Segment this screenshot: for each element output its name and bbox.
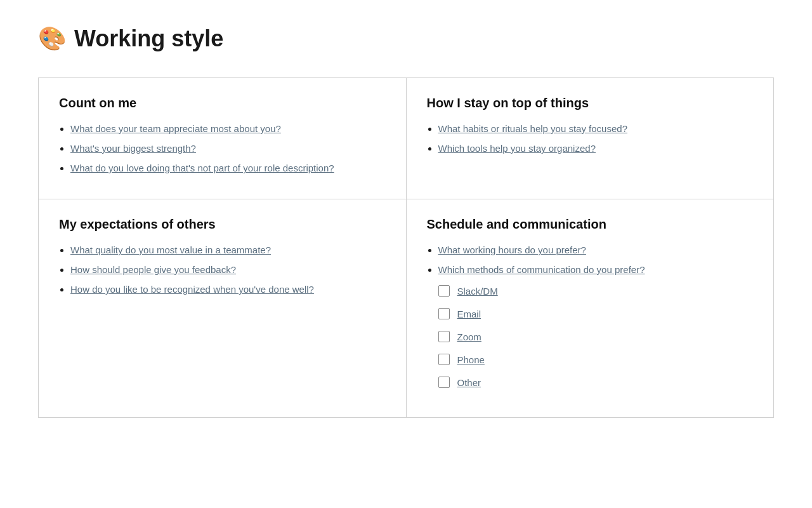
checkbox-phone: Phone <box>438 354 754 365</box>
schedule-comm-title: Schedule and communication <box>427 217 754 232</box>
schedule-comm-section: Schedule and communication What working … <box>406 199 774 418</box>
checkbox-other: Other <box>438 377 754 388</box>
question-link[interactable]: What habits or rituals help you stay foc… <box>438 123 628 134</box>
checkbox-zoom: Zoom <box>438 331 754 342</box>
count-on-me-title: Count on me <box>59 96 386 110</box>
list-item: What quality do you most value in a team… <box>70 243 386 257</box>
stay-on-top-title: How I stay on top of things <box>427 96 754 110</box>
list-item: How should people give you feedback? <box>70 263 386 276</box>
checkbox-zoom-label[interactable]: Zoom <box>457 331 481 342</box>
question-link[interactable]: How should people give you feedback? <box>70 264 236 275</box>
checkbox-phone-label[interactable]: Phone <box>457 354 485 365</box>
expectations-title: My expectations of others <box>59 217 386 232</box>
count-on-me-questions: What does your team appreciate most abou… <box>59 122 386 175</box>
list-item: Which methods of communication do you pr… <box>438 263 754 276</box>
list-item: What do you love doing that's not part o… <box>70 161 386 175</box>
checkbox-other-label[interactable]: Other <box>457 377 481 388</box>
schedule-comm-questions: What working hours do you prefer? Which … <box>427 243 754 276</box>
question-link[interactable]: What quality do you most value in a team… <box>70 244 271 255</box>
question-link[interactable]: Which methods of communication do you pr… <box>438 264 645 275</box>
page-title: 🎨 Working style <box>38 25 774 52</box>
list-item: How do you like to be recognized when yo… <box>70 283 386 296</box>
checkbox-email-label[interactable]: Email <box>457 309 481 319</box>
stay-on-top-section: How I stay on top of things What habits … <box>406 78 774 199</box>
expectations-questions: What quality do you most value in a team… <box>59 243 386 296</box>
list-item: What working hours do you prefer? <box>438 243 754 257</box>
question-link[interactable]: How do you like to be recognized when yo… <box>70 284 314 295</box>
list-item: What does your team appreciate most abou… <box>70 122 386 135</box>
checkbox-slack-label[interactable]: Slack/DM <box>457 286 498 297</box>
working-style-grid: Count on me What does your team apprecia… <box>38 77 774 418</box>
list-item: What's your biggest strength? <box>70 142 386 155</box>
list-item: What habits or rituals help you stay foc… <box>438 122 754 135</box>
checkbox-email-input[interactable] <box>438 308 450 319</box>
checkbox-phone-input[interactable] <box>438 354 450 365</box>
question-link[interactable]: What do you love doing that's not part o… <box>70 163 334 173</box>
communication-checkboxes: Slack/DM Email Zoom Phone Other <box>427 285 754 388</box>
checkbox-email: Email <box>438 308 754 319</box>
checkbox-slack-input[interactable] <box>438 285 450 297</box>
question-link[interactable]: What working hours do you prefer? <box>438 244 586 255</box>
question-link[interactable]: What does your team appreciate most abou… <box>70 123 281 134</box>
checkbox-zoom-input[interactable] <box>438 331 450 342</box>
checkbox-other-input[interactable] <box>438 377 450 388</box>
list-item: Which tools help you stay organized? <box>438 142 754 155</box>
question-link[interactable]: What's your biggest strength? <box>70 143 196 154</box>
question-link[interactable]: Which tools help you stay organized? <box>438 143 596 154</box>
expectations-section: My expectations of others What quality d… <box>39 199 407 418</box>
checkbox-slack: Slack/DM <box>438 285 754 297</box>
count-on-me-section: Count on me What does your team apprecia… <box>39 78 407 199</box>
page-emoji: 🎨 <box>38 25 67 52</box>
page-title-text: Working style <box>74 25 223 52</box>
stay-on-top-questions: What habits or rituals help you stay foc… <box>427 122 754 155</box>
